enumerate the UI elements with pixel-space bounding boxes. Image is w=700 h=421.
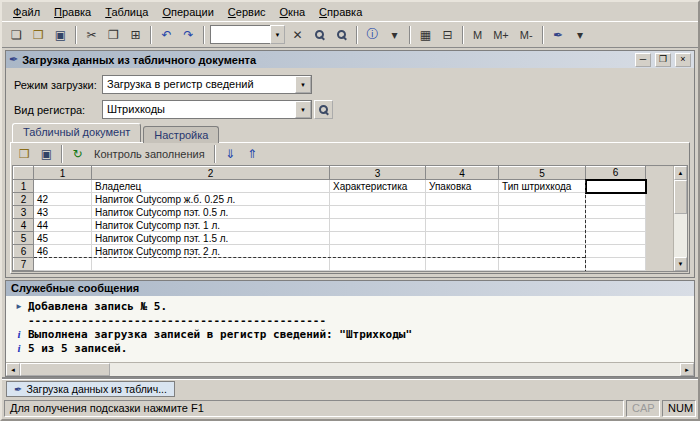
- grid-cell-r7c3[interactable]: [330, 258, 426, 271]
- grid-cell-r3c5[interactable]: [499, 206, 586, 219]
- memory-add-button[interactable]: M+: [488, 25, 514, 45]
- grid-row-header-8[interactable]: 8: [14, 271, 34, 273]
- open-file-icon[interactable]: ❒: [14, 144, 35, 164]
- clear-search-icon[interactable]: ✕: [287, 25, 308, 45]
- vertical-scrollbar-track[interactable]: [674, 214, 687, 257]
- minimize-button[interactable]: ─: [635, 53, 651, 67]
- grid-cell-r4c1[interactable]: 44: [34, 219, 92, 232]
- grid-cell-r4c5[interactable]: [499, 219, 586, 232]
- info-dropdown-icon[interactable]: ▾: [384, 25, 405, 45]
- export-rows-icon[interactable]: ⇑: [242, 144, 263, 164]
- chevron-down-icon[interactable]: ▼: [270, 25, 285, 44]
- tab-settings[interactable]: Настройка: [143, 126, 219, 143]
- grid-column-header-5[interactable]: 5: [499, 167, 586, 180]
- import-rows-icon[interactable]: ⇓: [220, 144, 241, 164]
- memory-subtract-button[interactable]: M-: [515, 25, 538, 45]
- grid-cell-r5c5[interactable]: [499, 232, 586, 245]
- grid-cell-r6c2[interactable]: Напиток Cutycomp пэт. 2 л.: [92, 245, 330, 258]
- grid-cell-r5c3[interactable]: [330, 232, 426, 245]
- fill-control-button[interactable]: Контроль заполнения: [89, 144, 210, 164]
- scroll-left-button[interactable]: ◄: [6, 363, 20, 376]
- cut-icon[interactable]: ✂: [81, 25, 102, 45]
- tool-dropdown-icon[interactable]: ▾: [570, 25, 591, 45]
- grid-cell-r1c6[interactable]: [586, 180, 646, 193]
- messages-horizontal-scrollbar[interactable]: ◄ ►: [6, 362, 694, 376]
- grid-cell-r2c1[interactable]: 42: [34, 193, 92, 206]
- grid-cell-r4c6[interactable]: [586, 219, 646, 232]
- menu-item-file[interactable]: Файл: [6, 4, 47, 20]
- grid-cell-r7c4[interactable]: [426, 258, 499, 271]
- grid-cell-r2c6[interactable]: [586, 193, 646, 206]
- grid-cell-r5c1[interactable]: 45: [34, 232, 92, 245]
- grid-column-header-3[interactable]: 3: [330, 167, 426, 180]
- grid-cell-r6c6[interactable]: [586, 245, 646, 258]
- grid-cell-r3c1[interactable]: 43: [34, 206, 92, 219]
- grid-row-header-4[interactable]: 4: [14, 219, 34, 232]
- refresh-icon[interactable]: ↻: [67, 144, 88, 164]
- close-button[interactable]: ×: [675, 53, 691, 67]
- grid-cell-r8c5[interactable]: [499, 271, 586, 273]
- grid-vertical-scrollbar[interactable]: ▲ ▼: [673, 166, 687, 271]
- grid-cell-r5c6[interactable]: [586, 232, 646, 245]
- grid-cell-r4c3[interactable]: [330, 219, 426, 232]
- grid-cell-r1c1[interactable]: [34, 180, 92, 193]
- horizontal-scrollbar-track[interactable]: [110, 363, 680, 376]
- menu-item-help[interactable]: Справка: [312, 4, 369, 20]
- grid-cell-r8c3[interactable]: [330, 271, 426, 273]
- grid-cell-r3c2[interactable]: Напиток Cutycomp пэт. 0.5 л.: [92, 206, 330, 219]
- window-tab-load-data[interactable]: ✒ Загрузка данных из таблич...: [6, 381, 175, 397]
- grid-cell-r6c5[interactable]: [499, 245, 586, 258]
- grid-cell-r6c1[interactable]: 46: [34, 245, 92, 258]
- grid-column-header-2[interactable]: 2: [92, 167, 330, 180]
- grid-cell-r7c6[interactable]: [586, 258, 646, 271]
- grid-column-header-4[interactable]: 4: [426, 167, 499, 180]
- grid-cell-r4c4[interactable]: [426, 219, 499, 232]
- undo-icon[interactable]: ↶: [156, 25, 177, 45]
- copy-icon[interactable]: ❐: [103, 25, 124, 45]
- grid-cell-r7c1[interactable]: [34, 258, 92, 271]
- grid-row-header-7[interactable]: 7: [14, 258, 34, 271]
- grid-cell-r7c2[interactable]: [92, 258, 330, 271]
- grid-cell-r1c3[interactable]: Характеристика: [330, 180, 426, 193]
- grid-cell-r1c2[interactable]: Владелец: [92, 180, 330, 193]
- calculator-icon[interactable]: ⊟: [437, 25, 458, 45]
- grid-column-header-1[interactable]: 1: [34, 167, 92, 180]
- chevron-down-icon[interactable]: ▼: [295, 101, 311, 118]
- grid-cell-r2c2[interactable]: Напиток Cutycomp ж.б. 0.25 л.: [92, 193, 330, 206]
- grid-row-header-5[interactable]: 5: [14, 232, 34, 245]
- menu-item-service[interactable]: Сервис: [221, 4, 273, 20]
- search-combo-input[interactable]: [210, 25, 270, 44]
- menu-item-edit[interactable]: Правка: [47, 4, 98, 20]
- grid-corner-cell[interactable]: [14, 167, 34, 180]
- grid-row-header-1[interactable]: 1: [14, 180, 34, 193]
- grid-cell-r1c5[interactable]: Тип штрихкода: [499, 180, 586, 193]
- open-document-icon[interactable]: ❒: [28, 25, 49, 45]
- scroll-down-button[interactable]: ▼: [674, 257, 687, 271]
- register-kind-choose-button[interactable]: [314, 100, 333, 119]
- grid-cell-r7c5[interactable]: [499, 258, 586, 271]
- grid-cell-r8c1[interactable]: [34, 271, 92, 273]
- grid-row-header-3[interactable]: 3: [14, 206, 34, 219]
- tab-tabular-document[interactable]: Табличный документ: [12, 123, 141, 142]
- grid-cell-r6c4[interactable]: [426, 245, 499, 258]
- grid-cell-r3c3[interactable]: [330, 206, 426, 219]
- calendar-icon[interactable]: ▦: [415, 25, 436, 45]
- memory-recall-button[interactable]: M: [468, 25, 487, 45]
- grid-column-header-6[interactable]: 6: [586, 167, 646, 180]
- grid-cell-r3c4[interactable]: [426, 206, 499, 219]
- grid-cell-r4c2[interactable]: Напиток Cutycomp пэт. 1 л.: [92, 219, 330, 232]
- register-kind-select[interactable]: Штрихкоды ▼: [102, 100, 312, 119]
- save-file-icon[interactable]: ▣: [36, 144, 57, 164]
- menu-item-operations[interactable]: Операции: [155, 4, 220, 20]
- scroll-up-button[interactable]: ▲: [674, 166, 687, 180]
- new-document-icon[interactable]: ❏: [6, 25, 27, 45]
- info-icon[interactable]: ⓘ: [362, 25, 383, 45]
- window-title-bar[interactable]: ✒ Загрузка данных из табличного документ…: [6, 51, 694, 68]
- grid-cell-r5c4[interactable]: [426, 232, 499, 245]
- vertical-scrollbar-thumb[interactable]: [674, 180, 687, 214]
- grid-cell-r8c2[interactable]: [92, 271, 330, 273]
- maximize-button[interactable]: ❐: [655, 53, 671, 67]
- horizontal-scrollbar-thumb[interactable]: [20, 363, 110, 376]
- grid-cell-r8c6[interactable]: [586, 271, 646, 273]
- data-load-tool-icon[interactable]: ✒: [548, 25, 569, 45]
